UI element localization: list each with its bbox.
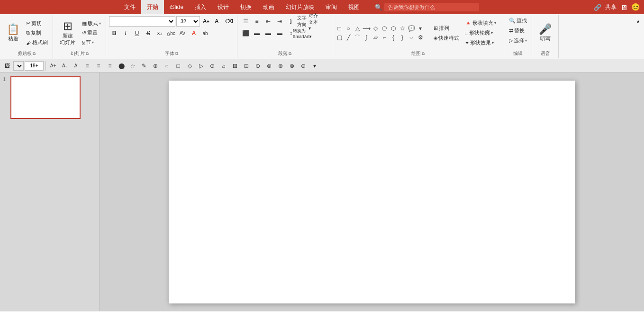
paragraph-expand-icon[interactable]: ⧉ <box>289 51 291 56</box>
smartart-button[interactable]: 转换为SmartArt▾ <box>297 28 308 38</box>
copy-button[interactable]: ⧉ 复制 <box>24 28 50 37</box>
slides-expand-icon[interactable]: ⧉ <box>86 51 89 56</box>
toolbar-font-grow[interactable]: A+ <box>48 61 58 71</box>
shape-diamond[interactable]: ◇ <box>371 24 380 33</box>
shape-fill-button[interactable]: 🔺 形状填充 ▾ <box>463 18 501 28</box>
tab-animation[interactable]: 动画 <box>257 0 280 14</box>
shape-custom[interactable]: ⚙ <box>416 33 425 42</box>
shape-rounded[interactable]: ▢ <box>335 33 344 42</box>
shape-brace[interactable]: { <box>389 33 398 42</box>
share-label[interactable]: 共享 <box>605 3 617 11</box>
toolbar-shape-arrow[interactable]: ▷ <box>196 61 206 71</box>
toolbar-outline[interactable]: ☆ <box>127 61 138 71</box>
align-justify-button[interactable]: ▬ <box>274 28 285 38</box>
font-name-select[interactable] <box>109 16 175 27</box>
toolbar-media4[interactable]: ⊟ <box>241 61 252 71</box>
shape-effect-button[interactable]: ✦ 形状效果 ▾ <box>463 38 501 47</box>
drawing-expand-icon[interactable]: ⧉ <box>422 51 425 56</box>
tab-review[interactable]: 审阅 <box>320 0 343 14</box>
toolbar-media6[interactable]: ⊚ <box>264 61 274 71</box>
toolbar-media2[interactable]: ⌂ <box>218 61 229 71</box>
strikethrough-button[interactable]: S <box>143 28 154 38</box>
collapse-ribbon-button[interactable]: ∧ <box>633 16 643 27</box>
align-left-button[interactable]: ⬛ <box>240 28 251 38</box>
tab-transition[interactable]: 切换 <box>235 0 257 14</box>
font-color-button[interactable]: A <box>189 28 199 38</box>
toolbar-align-left[interactable]: ≡ <box>82 61 92 71</box>
quick-style-button[interactable]: ◈ 快速样式 <box>432 34 461 43</box>
shape-arc[interactable]: ⌣ <box>407 33 416 42</box>
toolbar-media1[interactable]: ⊙ <box>207 61 218 71</box>
tab-islide[interactable]: iSlide <box>164 0 189 14</box>
numbered-list-button[interactable]: ≡ <box>252 16 262 27</box>
cut-button[interactable]: ✂ 剪切 <box>24 19 50 28</box>
toolbar-shape-circle[interactable]: ○ <box>162 61 172 71</box>
toolbar-shape-rect[interactable]: □ <box>173 61 183 71</box>
shape-arrow[interactable]: ⟶ <box>362 24 371 33</box>
tab-design[interactable]: 设计 <box>212 0 235 14</box>
toolbar-media7[interactable]: ⊛ <box>275 61 286 71</box>
section-button[interactable]: § 节 ▾ <box>80 38 103 47</box>
text-box-select[interactable] <box>13 61 24 71</box>
align-right-button[interactable]: ▬ <box>263 28 273 38</box>
find-button[interactable]: 🔍 查找 <box>507 16 529 25</box>
indent-decrease-button[interactable]: ⇤ <box>263 16 273 27</box>
slide-canvas[interactable] <box>169 81 575 303</box>
toolbar-align-right[interactable]: ≡ <box>105 61 115 71</box>
shape-right-angle[interactable]: ⌐ <box>380 33 389 42</box>
clipboard-expand-icon[interactable]: ⧉ <box>33 51 36 56</box>
toolbar-media3[interactable]: ⊞ <box>230 61 240 71</box>
tab-view[interactable]: 视图 <box>343 0 365 14</box>
reset-button[interactable]: ↺ 重置 <box>80 28 103 37</box>
toolbar-color-fill[interactable]: ⬤ <box>116 61 127 71</box>
shape-rect[interactable]: □ <box>335 24 344 33</box>
paste-button[interactable]: 📋 粘贴 <box>3 17 23 50</box>
font-size-input[interactable] <box>25 61 44 71</box>
text-direction-button[interactable]: 文字方向 <box>297 16 308 27</box>
font-spacing-button[interactable]: AV <box>177 28 188 38</box>
arrange-button[interactable]: ⊞ 排列 <box>432 24 461 33</box>
bullet-list-button[interactable]: ☰ <box>240 16 251 27</box>
shape-freeform[interactable]: ∫ <box>362 33 371 42</box>
shadow-button[interactable]: A̲bc <box>166 28 176 38</box>
toolbar-media8[interactable]: ⊜ <box>287 61 297 71</box>
toolbar-media9[interactable]: ⊝ <box>298 61 308 71</box>
share-icon[interactable]: 🔗 <box>594 4 601 11</box>
tab-file[interactable]: 文件 <box>118 0 141 14</box>
font-size-decrease-button[interactable]: A- <box>212 16 223 27</box>
bold-button[interactable]: B <box>109 28 119 38</box>
align-center-button[interactable]: ▬ <box>252 28 262 38</box>
toolbar-shape-plus[interactable]: ⊕ <box>150 61 161 71</box>
shape-circle[interactable]: ○ <box>344 24 353 33</box>
font-size-increase-button[interactable]: A+ <box>201 16 211 27</box>
toolbar-align-center[interactable]: ≡ <box>93 61 104 71</box>
shape-parallelogram[interactable]: ▱ <box>371 33 380 42</box>
dictate-button[interactable]: 🎤 听写 <box>535 17 555 50</box>
new-slide-button[interactable]: ⊞ 新建幻灯片 <box>56 17 79 50</box>
select-button[interactable]: ▷ 选择 ▾ <box>507 36 529 45</box>
tab-insert[interactable]: 插入 <box>189 0 212 14</box>
align-text-button[interactable]: 对齐文本▾ <box>308 16 319 27</box>
shape-more[interactable]: ▾ <box>416 24 425 33</box>
font-expand-icon[interactable]: ⧉ <box>175 51 178 56</box>
shape-outline-button[interactable]: □ 形状轮廓 ▾ <box>463 28 501 37</box>
shape-line[interactable]: ╱ <box>344 33 353 42</box>
smiley-icon[interactable]: 😊 <box>631 3 640 11</box>
indent-increase-button[interactable]: ⇥ <box>274 16 285 27</box>
tab-home[interactable]: 开始 <box>141 0 164 14</box>
shape-star[interactable]: ☆ <box>398 24 407 33</box>
toolbar-font-a[interactable]: A <box>71 61 81 71</box>
shape-bracket[interactable]: } <box>398 33 407 42</box>
columns-button[interactable]: ⫿ <box>286 16 296 27</box>
toolbar-media5[interactable]: ⊙ <box>253 61 263 71</box>
shape-curve[interactable]: ⌒ <box>353 33 362 42</box>
search-input[interactable] <box>384 3 479 11</box>
italic-button[interactable]: I <box>120 28 131 38</box>
toolbar-font-shrink[interactable]: A- <box>59 61 70 71</box>
font-size-select[interactable]: 32 <box>176 16 200 27</box>
monitor-icon[interactable]: 🖥 <box>620 3 627 11</box>
shape-triangle[interactable]: △ <box>353 24 362 33</box>
underline-button[interactable]: U <box>132 28 142 38</box>
shape-callout[interactable]: 💬 <box>407 24 416 33</box>
toolbar-image-insert[interactable]: 🖼 <box>2 61 12 71</box>
